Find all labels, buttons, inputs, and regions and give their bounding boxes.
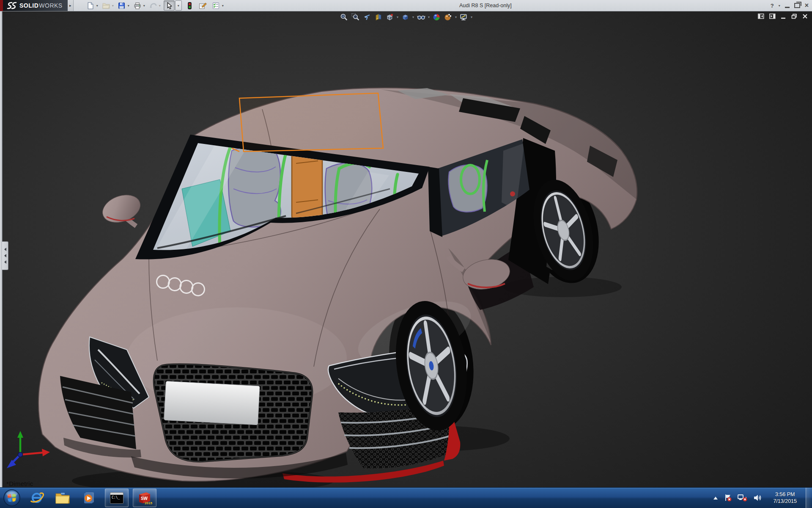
zoom-to-area-button[interactable] (350, 12, 361, 22)
clock-date: 7/13/2015 (773, 498, 797, 505)
save-button[interactable] (117, 1, 127, 10)
display-style-button[interactable] (400, 12, 411, 22)
titlebar: SOLID WORKS ▸ ▾ ▾ (0, 0, 812, 11)
start-button[interactable] (3, 489, 21, 507)
taskbar-clock[interactable]: 3:56 PM 7/13/2015 (768, 491, 800, 505)
display-style-icon (401, 13, 409, 21)
view-orientation-label: *Dimetric (6, 480, 33, 487)
doc-restore-button[interactable] (791, 14, 797, 19)
undo-icon (149, 2, 157, 9)
selected-surface-highlight (232, 93, 383, 152)
undo-dropdown[interactable]: ▾ (159, 4, 161, 8)
chevron-left-icon (4, 248, 7, 251)
action-center-icon[interactable] (724, 494, 732, 502)
doc-minimize-button[interactable] (781, 14, 786, 19)
main-toolbar: ▾ ▾ ▾ (85, 0, 227, 11)
file-explorer-icon (55, 491, 70, 504)
edit-appearance-button[interactable] (431, 12, 442, 22)
new-dropdown[interactable]: ▾ (96, 4, 98, 8)
view-settings-icon (460, 13, 468, 21)
options-dropdown[interactable]: ▾ (222, 4, 224, 8)
save-dropdown[interactable]: ▾ (128, 4, 129, 8)
hide-show-items-button[interactable] (416, 12, 426, 22)
help-dropdown[interactable]: ▾ (779, 4, 780, 8)
menu-flyout-arrow[interactable]: ▸ (68, 0, 74, 11)
apply-scene-dropdown[interactable]: ▾ (455, 15, 457, 19)
headsup-view-toolbar: ▾ ▾ ▾ (339, 12, 473, 22)
taskbar-command-prompt[interactable]: C:\_ (105, 489, 129, 507)
section-view-button[interactable] (373, 12, 384, 22)
new-document-button[interactable] (85, 1, 96, 10)
open-document-button[interactable] (101, 1, 111, 10)
taskbar-solidworks[interactable]: SW 2015 (133, 489, 156, 507)
graphics-area[interactable]: ▾ ▾ ▾ (0, 11, 812, 488)
brand-name-bold: SOLID (19, 2, 38, 9)
solidworks-2015-icon: SW 2015 (137, 490, 152, 505)
taskbar-file-explorer[interactable] (55, 491, 70, 504)
open-dropdown[interactable]: ▾ (112, 4, 114, 8)
help-button[interactable]: ? (771, 3, 774, 9)
brand-red-stripe (0, 0, 3, 11)
view-orientation-button[interactable] (384, 12, 395, 22)
clock-time: 3:56 PM (773, 491, 797, 498)
internet-explorer-icon (30, 491, 44, 505)
pane-left-icon[interactable] (758, 14, 764, 19)
options-checklist-icon (212, 2, 219, 9)
solidworks-logo: SOLID WORKS (0, 0, 68, 11)
traffic-light-icon (187, 2, 192, 9)
system-tray: 3:56 PM 7/13/2015 (713, 488, 812, 508)
chevron-left-icon (4, 254, 7, 257)
print-dropdown[interactable]: ▾ (143, 4, 145, 8)
file-properties-icon (199, 2, 207, 9)
doc-close-button[interactable] (802, 14, 808, 19)
apply-scene-button[interactable] (443, 12, 453, 22)
app-restore-button[interactable] (794, 3, 800, 8)
edit-appearance-icon (433, 13, 441, 21)
section-view-icon (374, 13, 382, 21)
view-settings-button[interactable] (458, 12, 469, 22)
hide-show-items-icon (417, 13, 425, 21)
car-model-render[interactable] (0, 11, 812, 488)
zoom-to-area-icon (351, 13, 359, 21)
select-tool-button[interactable] (164, 0, 175, 11)
hide-show-dropdown[interactable]: ▾ (428, 15, 430, 19)
front-grille (154, 364, 313, 461)
select-dropdown[interactable]: ▾ (175, 0, 182, 11)
undo-button[interactable] (148, 1, 158, 10)
app-window-controls: ? ▾ × (771, 0, 809, 11)
view-settings-dropdown[interactable]: ▾ (471, 15, 472, 19)
solidworks-glyph-icon (6, 2, 17, 9)
zoom-to-fit-button[interactable] (339, 12, 349, 22)
document-title: Audi R8 S [Read-only] (459, 0, 512, 11)
print-button[interactable] (132, 1, 143, 10)
taskbar-internet-explorer[interactable] (30, 491, 44, 505)
file-properties-button[interactable] (198, 1, 208, 10)
save-icon (118, 2, 125, 9)
interference-check-button[interactable] (185, 1, 195, 10)
options-button[interactable] (211, 1, 221, 10)
volume-icon[interactable] (753, 494, 763, 502)
svg-text:SW: SW (141, 496, 148, 501)
zoom-to-fit-icon (340, 13, 348, 21)
show-hidden-icons-button[interactable] (713, 496, 718, 500)
windows-start-icon (3, 489, 21, 507)
new-document-icon (87, 2, 94, 9)
taskbar-media-player[interactable] (82, 491, 96, 505)
select-cursor-icon (166, 2, 173, 9)
app-minimize-button[interactable] (785, 3, 790, 8)
brand-name-light: WORKS (39, 2, 62, 9)
open-document-icon (102, 2, 110, 9)
view-orientation-dropdown[interactable]: ▾ (397, 15, 398, 19)
view-orientation-icon (386, 13, 394, 21)
feature-manager-expand-tab[interactable] (2, 241, 8, 270)
left-mirror (99, 190, 144, 227)
network-status-icon[interactable] (738, 494, 748, 502)
svg-text:2015: 2015 (145, 501, 152, 505)
show-desktop-button[interactable] (806, 488, 812, 508)
previous-view-button[interactable] (362, 12, 372, 22)
pane-right-icon[interactable] (769, 14, 776, 19)
display-style-dropdown[interactable]: ▾ (412, 15, 414, 19)
chevron-left-icon (4, 260, 7, 264)
command-prompt-icon: C:\_ (110, 492, 123, 504)
app-close-button[interactable]: × (805, 0, 809, 11)
